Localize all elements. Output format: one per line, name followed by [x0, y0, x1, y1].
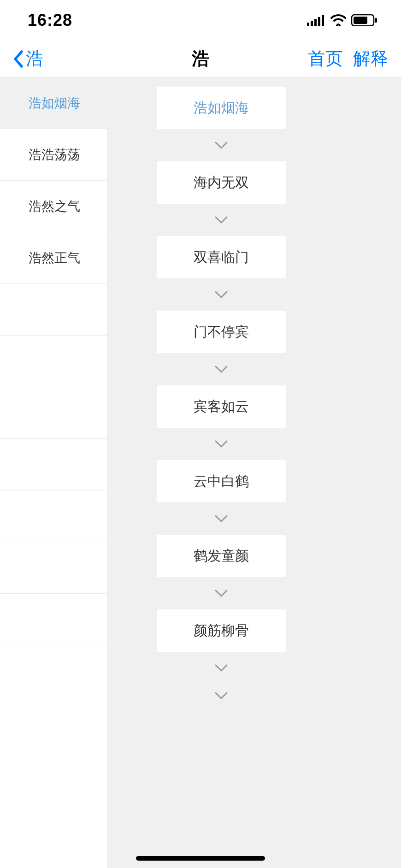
nav-back[interactable]: 浩 — [13, 47, 43, 71]
nav-right: 首页 解释 — [308, 47, 388, 71]
chain-card[interactable]: 颜筋柳骨 — [157, 609, 286, 652]
main: 浩如烟海浩浩荡荡浩然之气浩然正气 浩如烟海海内无双双喜临门门不停宾宾客如云云中白… — [0, 77, 401, 868]
chain-card[interactable]: 双喜临门 — [157, 236, 286, 278]
idiom-chain: 浩如烟海海内无双双喜临门门不停宾宾客如云云中白鹤鹤发童颜颜筋柳骨 — [107, 77, 401, 868]
nav-bar: 浩 浩 首页 解释 — [0, 41, 401, 77]
svg-rect-0 — [307, 23, 309, 26]
svg-rect-6 — [354, 17, 367, 24]
status-time: 16:28 — [28, 11, 72, 30]
svg-rect-1 — [311, 21, 313, 26]
sidebar-item[interactable] — [0, 439, 107, 490]
chevron-down-icon — [157, 502, 286, 535]
svg-rect-3 — [318, 17, 320, 26]
sidebar: 浩如烟海浩浩荡荡浩然之气浩然正气 — [0, 77, 107, 868]
signal-icon — [307, 14, 325, 26]
home-indicator[interactable] — [136, 856, 265, 861]
nav-back-label: 浩 — [26, 47, 43, 71]
chain-card[interactable]: 云中白鹤 — [157, 460, 286, 502]
chain-card[interactable]: 宾客如云 — [157, 385, 286, 428]
sidebar-item[interactable]: 浩然之气 — [0, 181, 107, 232]
sidebar-item[interactable] — [0, 490, 107, 542]
chevron-down-icon — [157, 129, 286, 161]
wifi-icon — [330, 14, 347, 26]
status-bar: 16:28 — [0, 0, 401, 41]
chevron-left-icon — [13, 50, 24, 68]
chevron-down-icon — [157, 652, 286, 684]
chevron-down-icon — [157, 684, 286, 707]
chevron-down-icon — [157, 353, 286, 385]
home-button[interactable]: 首页 — [308, 47, 343, 71]
sidebar-item[interactable] — [0, 336, 107, 387]
svg-rect-7 — [375, 18, 377, 23]
battery-icon — [351, 14, 378, 26]
sidebar-item[interactable] — [0, 284, 107, 336]
explain-button[interactable]: 解释 — [353, 47, 388, 71]
chevron-down-icon — [157, 428, 286, 460]
status-icons — [307, 14, 378, 26]
svg-rect-4 — [322, 15, 324, 26]
chain-card[interactable]: 门不停宾 — [157, 311, 286, 353]
chain-card[interactable]: 海内无双 — [157, 161, 286, 204]
chevron-down-icon — [157, 577, 286, 609]
sidebar-item[interactable] — [0, 542, 107, 594]
chevron-down-icon — [157, 204, 286, 236]
svg-rect-2 — [314, 19, 317, 26]
sidebar-item[interactable]: 浩浩荡荡 — [0, 129, 107, 181]
chevron-down-icon — [157, 278, 286, 311]
nav-title: 浩 — [192, 47, 209, 71]
sidebar-item[interactable]: 浩如烟海 — [0, 77, 107, 129]
sidebar-item[interactable] — [0, 594, 107, 645]
sidebar-item[interactable]: 浩然正气 — [0, 232, 107, 284]
chain-card[interactable]: 鹤发童颜 — [157, 535, 286, 577]
sidebar-item[interactable] — [0, 387, 107, 439]
chain-card[interactable]: 浩如烟海 — [157, 87, 286, 129]
